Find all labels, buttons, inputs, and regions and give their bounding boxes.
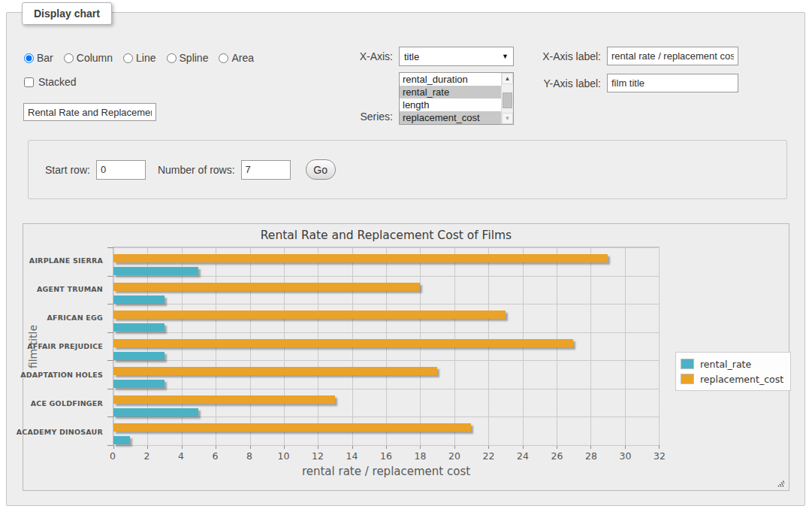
chart-title-input[interactable] [23, 103, 156, 121]
category-band [113, 360, 659, 389]
category-band [113, 389, 659, 417]
y-axis-label-label: Y-Axis label: [533, 77, 601, 89]
go-button[interactable]: Go [306, 159, 336, 180]
x-axis-select[interactable]: title ▼ [399, 47, 514, 66]
bar-replacement_cost [113, 423, 471, 432]
chart-type-option-line[interactable]: Line [123, 52, 155, 64]
y-tick-mark [107, 417, 113, 417]
bar-replacement_cost [113, 311, 506, 319]
plot-area [113, 247, 660, 446]
chart-type-option-bar[interactable]: Bar [24, 52, 53, 64]
chart-type-radio-area[interactable] [219, 53, 228, 63]
chart-type-label: Spline [180, 52, 209, 64]
chart-type-radio-column[interactable] [64, 53, 74, 63]
x-tick-label: 28 [585, 450, 597, 462]
series-select-label: Series: [330, 111, 393, 125]
x-tick-labels: 02468101214161820222426283032 [113, 450, 660, 461]
x-tick-label: 18 [415, 450, 427, 462]
chart-type-option-spline[interactable]: Spline [167, 52, 209, 64]
chart-type-label: Column [77, 52, 113, 64]
legend-item: rental_rate [681, 356, 783, 371]
x-tick-label: 22 [483, 450, 495, 462]
category-label: AFFAIR PREJUDICE [23, 332, 108, 361]
legend-label: rental_rate [700, 359, 751, 370]
y-tick-mark [107, 276, 113, 277]
chart-type-radio-spline[interactable] [167, 53, 177, 63]
chart-type-label: Bar [37, 52, 53, 64]
bar-replacement_cost [113, 367, 437, 375]
series-listbox[interactable]: rental_durationrental_ratelengthreplacem… [399, 72, 514, 125]
series-select-row: Series: rental_durationrental_ratelength… [330, 72, 514, 125]
category-label: AFRICAN EGG [23, 304, 108, 332]
x-tick-label: 6 [213, 450, 219, 462]
x-axis-label-input[interactable] [607, 47, 738, 65]
x-axis-label-row: X-Axis label: [533, 47, 738, 65]
x-tick-label: 14 [346, 450, 358, 462]
chart-type-radio-bar[interactable] [24, 53, 34, 63]
x-tick-label: 2 [144, 450, 150, 462]
row-range-box: Start row: Number of rows: Go [28, 140, 787, 199]
x-axis-title: rental rate / replacement cost [113, 465, 660, 478]
bar-rental_rate [113, 408, 198, 417]
resize-grip-icon[interactable] [776, 478, 785, 487]
bar-replacement_cost [113, 283, 420, 291]
stacked-option[interactable]: Stacked [24, 76, 77, 88]
x-axis-select-row: X-Axis: title ▼ [330, 47, 514, 66]
bar-rental_rate [113, 295, 165, 304]
category-label: ACADEMY DINOSAUR [23, 417, 108, 446]
bar-rental_rate [113, 380, 165, 388]
x-tick-label: 8 [246, 450, 252, 462]
category-label: ACE GOLDFINGER [23, 389, 108, 417]
x-tick-label: 10 [278, 450, 290, 462]
scrollbar-track[interactable] [502, 84, 513, 113]
chart-title: Rental Rate and Replacement Cost of Film… [113, 229, 660, 242]
series-option[interactable]: replacement_cost [400, 111, 501, 124]
category-band [113, 276, 659, 304]
bar-replacement_cost [113, 254, 608, 262]
scrollbar-thumb[interactable] [503, 92, 512, 108]
x-tick-label: 30 [620, 450, 632, 462]
chart-type-label: Area [231, 52, 254, 64]
series-option[interactable]: rental_duration [400, 73, 501, 86]
y-axis-label-input[interactable] [607, 74, 738, 92]
category-label: ADAPTATION HOLES [23, 360, 108, 389]
bar-rental_rate [113, 436, 130, 444]
stacked-checkbox[interactable] [24, 77, 34, 87]
scroll-down-icon[interactable]: ▼ [502, 113, 513, 124]
chart-type-label: Line [136, 52, 155, 64]
x-tick-label: 4 [178, 450, 184, 462]
chart-legend: rental_ratereplacement_cost [675, 352, 791, 391]
series-option[interactable]: rental_rate [400, 86, 501, 98]
legend-swatch-rental_rate [681, 359, 694, 369]
chart-type-option-area[interactable]: Area [219, 52, 254, 64]
bar-replacement_cost [113, 339, 573, 347]
legend-item: replacement_cost [681, 371, 783, 386]
x-tick-label: 32 [654, 450, 666, 462]
start-row-label: Start row: [45, 164, 90, 176]
x-tick-mark [659, 445, 660, 449]
y-tick-mark [107, 445, 113, 446]
scroll-up-icon[interactable]: ▲ [502, 73, 513, 84]
chart-type-radio-line[interactable] [123, 53, 133, 63]
y-axis-label-row: Y-Axis label: [533, 74, 738, 92]
start-row-input[interactable] [96, 160, 146, 180]
series-option[interactable]: length [400, 98, 501, 111]
y-tick-mark [107, 389, 113, 389]
chart-type-radio-group: BarColumnLineSplineArea [24, 52, 254, 64]
num-rows-input[interactable] [241, 160, 291, 180]
gridline-horizontal [113, 445, 659, 446]
category-band [113, 304, 659, 332]
category-band [113, 247, 659, 276]
bar-rental_rate [113, 267, 198, 275]
chart-type-option-column[interactable]: Column [64, 52, 113, 64]
category-band [113, 417, 659, 445]
bar-rental_rate [113, 352, 165, 360]
x-tick-label: 24 [517, 450, 529, 462]
x-axis-select-label: X-Axis: [330, 50, 393, 62]
series-listbox-scrollbar[interactable]: ▲ ▼ [501, 73, 513, 124]
series-options: rental_durationrental_ratelengthreplacem… [400, 73, 501, 124]
bar-replacement_cost [113, 395, 335, 404]
x-tick-label: 16 [380, 450, 392, 462]
stacked-label: Stacked [38, 76, 77, 88]
x-axis-selected-value: title [404, 51, 419, 62]
